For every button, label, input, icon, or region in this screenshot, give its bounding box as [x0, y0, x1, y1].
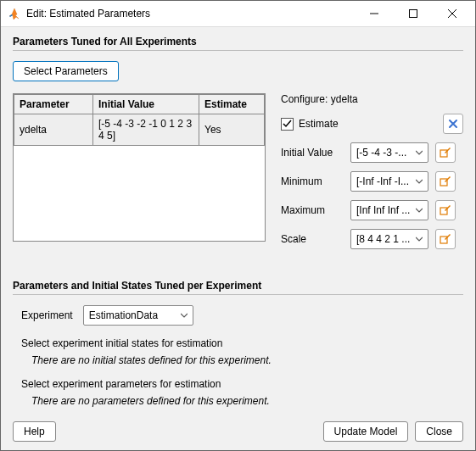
window-title: Edit: Estimated Parameters — [26, 8, 355, 19]
experiment-select[interactable]: EstimationData — [83, 305, 193, 326]
initial-value-field[interactable]: [-5 -4 -3 -... — [350, 142, 428, 163]
cell-param[interactable]: ydelta — [14, 114, 93, 146]
maximum-field[interactable]: [Inf Inf Inf ... — [350, 200, 428, 220]
cell-initval[interactable]: [-5 -4 -3 -2 -1 0 1 2 3 4 5] — [93, 114, 199, 146]
maximize-button[interactable] — [394, 1, 433, 26]
estimate-label: Estimate — [299, 118, 339, 130]
table-row[interactable]: ydelta [-5 -4 -3 -2 -1 0 1 2 3 4 5] Yes — [14, 114, 265, 146]
configure-prefix: Configure: — [281, 93, 328, 105]
titlebar: Edit: Estimated Parameters — [1, 1, 475, 27]
parameters-table[interactable]: Parameter Initial Value Estimate ydelta … — [13, 93, 266, 242]
edit-scale-button[interactable] — [435, 229, 456, 249]
minimize-button[interactable] — [355, 1, 394, 26]
initial-value-label: Initial Value — [281, 147, 344, 159]
help-button[interactable]: Help — [13, 421, 56, 442]
edit-minimum-button[interactable] — [435, 171, 456, 192]
svg-rect-0 — [410, 10, 417, 18]
configure-panel: Configure: ydelta Estimate — [281, 93, 463, 258]
col-parameter[interactable]: Parameter — [14, 95, 93, 114]
update-model-button[interactable]: Update Model — [323, 421, 409, 442]
svg-rect-3 — [440, 208, 447, 214]
chevron-down-icon — [412, 207, 426, 214]
col-estimate[interactable]: Estimate — [199, 95, 265, 114]
minimum-label: Minimum — [281, 175, 344, 187]
experiment-label: Experiment — [21, 309, 73, 321]
maximum-label: Maximum — [281, 204, 344, 216]
scale-field[interactable]: [8 4 4 2 1 ... — [350, 229, 428, 249]
chevron-down-icon — [412, 236, 426, 242]
col-initial-value[interactable]: Initial Value — [93, 95, 199, 114]
estimate-checkbox[interactable] — [281, 118, 294, 131]
initstates-subheader: Select experiment initial states for est… — [21, 337, 463, 349]
dialog-footer: Help Update Model Close — [1, 413, 475, 450]
dialog-window: Edit: Estimated Parameters Parameters Tu… — [0, 0, 476, 451]
edit-initial-value-button[interactable] — [435, 142, 456, 163]
reset-button[interactable] — [443, 114, 463, 134]
configure-title: Configure: ydelta — [281, 93, 463, 105]
close-button[interactable] — [433, 1, 472, 26]
minimum-field[interactable]: [-Inf -Inf -I... — [350, 171, 428, 192]
no-params-msg: There are no parameters defined for this… — [31, 395, 463, 407]
matlab-icon — [8, 7, 21, 20]
select-parameters-button[interactable]: Select Parameters — [13, 61, 119, 81]
params-subheader: Select experiment parameters for estimat… — [21, 378, 463, 390]
chevron-down-icon — [412, 178, 426, 185]
configure-target: ydelta — [331, 93, 358, 105]
dialog-content: Parameters Tuned for All Experiments Sel… — [1, 27, 475, 413]
chevron-down-icon — [412, 149, 426, 156]
no-initstates-msg: There are no initial states defined for … — [31, 354, 463, 366]
svg-rect-1 — [440, 150, 447, 157]
section2-header: Parameters and Initial States Tuned per … — [13, 280, 463, 295]
close-dialog-button[interactable]: Close — [415, 421, 463, 442]
scale-label: Scale — [281, 233, 344, 245]
svg-rect-2 — [440, 179, 447, 186]
edit-maximum-button[interactable] — [435, 200, 456, 220]
chevron-down-icon — [177, 312, 191, 319]
section1-header: Parameters Tuned for All Experiments — [13, 36, 463, 51]
cell-estimate[interactable]: Yes — [199, 114, 265, 146]
